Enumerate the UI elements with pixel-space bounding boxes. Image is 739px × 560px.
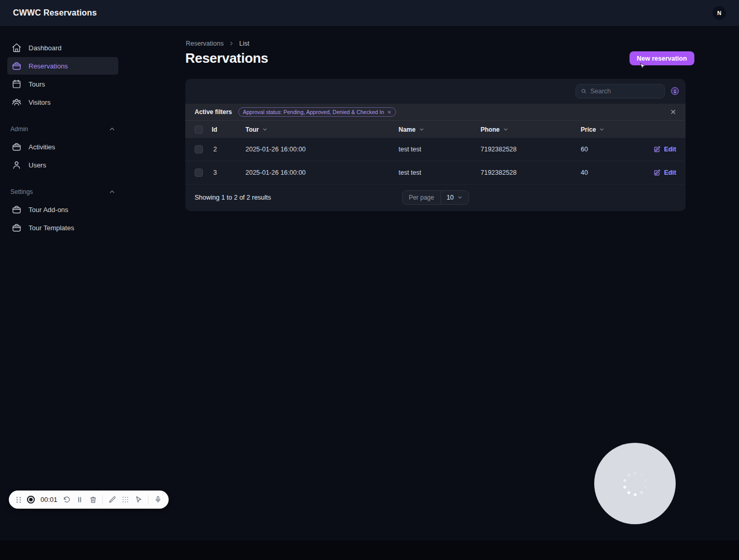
archive-box-icon [11,61,22,71]
sidebar-item-visitors[interactable]: Visitors [7,93,118,111]
webcam-bubble[interactable] [594,443,676,524]
column-header-price[interactable]: Price [581,126,612,133]
pencil-icon[interactable] [108,496,116,503]
record-button[interactable] [27,496,35,503]
sidebar-item-label: Visitors [29,99,50,106]
pencil-square-icon [653,169,661,176]
top-bar: CWWC Reservations N [0,0,739,26]
home-icon [11,43,22,53]
row-checkbox[interactable] [195,145,203,153]
clear-filters-close-icon[interactable]: ✕ [670,108,676,116]
bottom-strip [0,540,739,560]
loading-spinner-icon [619,467,652,500]
app-title: CWWC Reservations [13,8,97,18]
chevron-up-icon [108,125,116,133]
microphone-icon[interactable] [154,496,162,503]
divider [102,495,103,505]
sort-chevron-icon [599,127,605,132]
cell-price: 60 [581,146,612,153]
per-page-select[interactable]: Per page 10 [402,190,469,205]
sidebar-item-tour-add-ons[interactable]: Tour Add-ons [7,201,118,218]
per-page-value: 10 [446,194,454,201]
drag-handle-icon[interactable] [16,496,22,503]
sidebar-item-dashboard[interactable]: Dashboard [7,39,118,57]
edit-button[interactable]: Edit [653,169,676,176]
pause-icon[interactable] [76,496,84,503]
chevron-down-icon [457,194,462,200]
cell-id: 2 [207,146,245,153]
column-header-tour[interactable]: Tour [245,126,399,133]
chevron-right-icon [228,40,235,47]
active-filters-label: Active filters [195,108,232,116]
calendar-icon [11,79,22,89]
edit-button[interactable]: Edit [653,146,676,153]
sidebar-item-label: Dashboard [29,44,62,52]
reservations-table-card: 1 Active filters Approval status: Pendin… [185,79,686,211]
recording-timer: 00:01 [40,496,58,503]
cell-name: test test [399,169,481,176]
chevron-up-icon [108,188,116,195]
search-icon [581,88,586,95]
active-filters-bar: Active filters Approval status: Pending,… [185,104,686,120]
sidebar-section-admin[interactable]: Admin [10,125,116,133]
cell-phone: 7192382528 [481,146,581,153]
table-footer: Showing 1 to 2 of 2 results Per page 10 [185,185,686,210]
sort-chevron-icon [419,127,425,132]
chip-remove-icon[interactable]: ✕ [387,109,391,115]
sidebar-item-users[interactable]: Users [7,156,118,174]
search-box [576,84,665,99]
sidebar-item-label: Tour Templates [29,224,74,232]
cursor-pointer-icon[interactable] [135,496,143,503]
user-group-icon [11,97,22,107]
cell-price: 40 [581,169,612,176]
sort-chevron-icon [503,127,509,132]
divider [148,495,148,505]
table-header-row: Id Tour Name Phone Price [185,120,686,138]
sidebar-item-label: Tours [29,80,45,88]
user-avatar[interactable]: N [713,6,726,20]
per-page-label: Per page [403,194,441,201]
sidebar-section-settings[interactable]: Settings [10,188,116,195]
sidebar-item-tour-templates[interactable]: Tour Templates [7,219,118,236]
filter-count-badge: 1 [671,87,679,95]
sidebar-item-reservations[interactable]: Reservations [7,57,118,75]
sidebar-item-tours[interactable]: Tours [7,75,118,93]
select-all-checkbox[interactable] [195,125,203,134]
section-label: Settings [10,188,33,195]
sidebar-item-label: Reservations [29,62,68,70]
sidebar-item-label: Tour Add-ons [29,206,69,214]
archive-box-icon [11,204,22,215]
section-label: Admin [10,125,28,133]
search-input[interactable] [590,88,660,95]
row-checkbox[interactable] [195,169,203,177]
user-icon [11,160,22,170]
new-reservation-button[interactable]: New reservation [629,51,694,65]
table-row: 3 2025-01-26 16:00:00 test test 71923825… [185,161,686,185]
blur-grid-icon[interactable] [121,496,129,503]
archive-box-icon [11,142,22,152]
cell-name: test test [399,146,481,153]
restart-icon[interactable] [63,496,71,503]
sort-chevron-icon [262,127,268,132]
filter-chip[interactable]: Approval status: Pending, Approved, Deni… [238,107,396,117]
cell-id: 3 [207,169,245,176]
cell-tour: 2025-01-26 16:00:00 [245,169,399,176]
sidebar-item-label: Users [29,161,46,169]
trash-icon[interactable] [89,496,97,503]
cell-phone: 7192382528 [481,169,581,176]
archive-box-icon [11,222,22,233]
column-header-name[interactable]: Name [399,126,481,133]
sidebar-item-label: Activities [29,143,55,151]
breadcrumb: Reservations List [186,40,249,47]
sidebar-item-activities[interactable]: Activities [7,138,118,156]
column-header-phone[interactable]: Phone [481,126,581,133]
results-summary: Showing 1 to 2 of 2 results [195,194,271,201]
breadcrumb-current: List [239,40,249,47]
column-header-id: Id [207,126,245,133]
pencil-square-icon [653,146,661,153]
sidebar: Dashboard Reservations Tours Visitors Ad… [0,26,125,237]
page-title: Reservations [185,50,268,66]
breadcrumb-parent[interactable]: Reservations [186,40,224,47]
cell-tour: 2025-01-26 16:00:00 [245,146,399,153]
filter-chip-label: Approval status: Pending, Approved, Deni… [243,109,384,115]
